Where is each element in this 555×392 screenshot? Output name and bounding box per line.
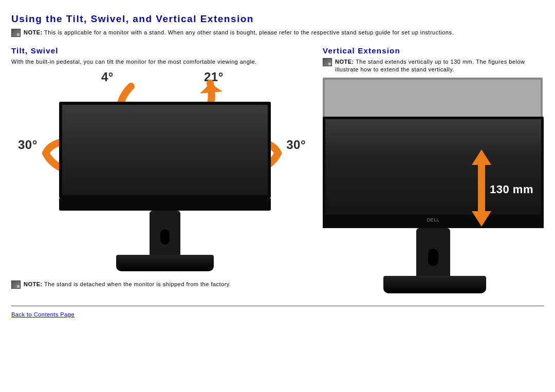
page-title: Using the Tilt, Swivel, and Vertical Ext… [11, 13, 544, 25]
monitor-illustration [323, 117, 544, 217]
tilt-swivel-heading: Tilt, Swivel [11, 46, 312, 55]
note-top: NOTE: This is applicable for a monitor w… [11, 29, 544, 37]
divider [11, 306, 544, 306]
tilt-swivel-desc: With the built-in pedestal, you can tilt… [11, 58, 312, 66]
monitor-illustration: DELL [59, 102, 271, 271]
note-body: The stand is detached when the monitor i… [44, 281, 231, 287]
vertical-extension-figure: DELL 130 mm [323, 78, 544, 298]
note-icon [11, 281, 21, 289]
vertical-extension-heading: Vertical Extension [323, 46, 544, 55]
note-icon [11, 29, 21, 37]
note-text: NOTE: This is applicable for a monitor w… [24, 29, 544, 36]
note-label: NOTE: [24, 281, 43, 287]
svg-marker-6 [472, 150, 491, 227]
note-body: The stand extends vertically up to 130 m… [335, 59, 525, 72]
note-text: NOTE: The stand extends vertically up to… [335, 58, 544, 73]
swivel-left-label: 30° [18, 138, 38, 152]
extension-measurement: 130 mm [490, 183, 533, 196]
back-to-contents-link[interactable]: Back to Contents Page [11, 311, 75, 318]
tilt-swivel-figure: 4° 21° 30° 30° [18, 71, 306, 276]
note-label: NOTE: [335, 59, 354, 65]
note-vertical: NOTE: The stand extends vertically up to… [323, 58, 544, 73]
note-body: This is applicable for a monitor with a … [44, 29, 454, 35]
svg-marker-1 [200, 83, 223, 94]
swivel-right-label: 30° [286, 138, 306, 152]
note-text: NOTE: The stand is detached when the mon… [24, 281, 312, 288]
note-icon [323, 58, 332, 66]
note-label: NOTE: [24, 29, 43, 35]
note-bottom: NOTE: The stand is detached when the mon… [11, 281, 312, 289]
